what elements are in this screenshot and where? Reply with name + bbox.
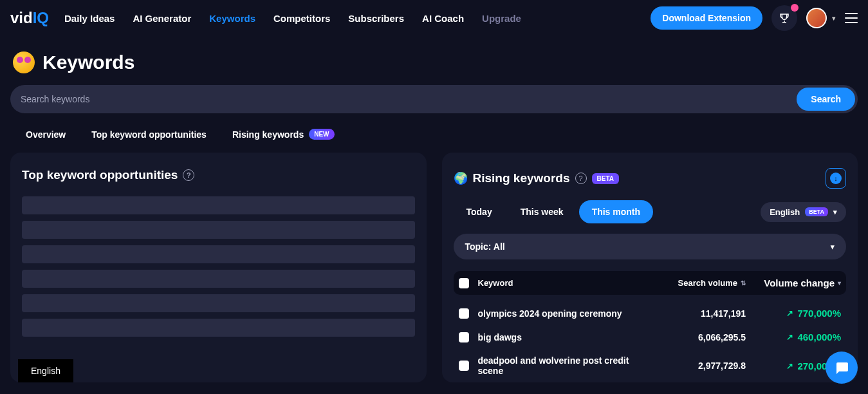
- nav-links: Daily Ideas AI Generator Keywords Compet…: [64, 13, 521, 24]
- page-title-row: Keywords: [0, 36, 868, 85]
- nav-ai-coach[interactable]: AI Coach: [422, 13, 464, 24]
- nav-subscribers[interactable]: Subscribers: [348, 13, 404, 24]
- tab-overview[interactable]: Overview: [26, 129, 66, 140]
- beta-badge-small: BETA: [805, 207, 828, 216]
- table-row[interactable]: deadpool and wolverine post credit scene…: [454, 349, 847, 382]
- select-all-checkbox[interactable]: [459, 278, 469, 288]
- keyword-cell: olympics 2024 opening ceremony: [478, 308, 651, 319]
- change-cell: ↗ 460,000%: [751, 332, 841, 342]
- col-keyword[interactable]: Keyword: [478, 278, 651, 288]
- trophy-icon: [779, 12, 790, 24]
- panels: Top keyword opportunities ? English 🌍 Ri…: [0, 153, 868, 382]
- row-checkbox[interactable]: [459, 308, 469, 319]
- top-opportunities-panel: Top keyword opportunities ? English: [10, 153, 427, 382]
- help-icon[interactable]: ?: [575, 173, 587, 184]
- time-filter-row: Today This week This month English BETA …: [454, 200, 847, 223]
- download-extension-button[interactable]: Download Extension: [651, 6, 762, 30]
- search-input[interactable]: [21, 94, 794, 104]
- nav-competitors[interactable]: Competitors: [273, 13, 330, 24]
- left-panel-title: Top keyword opportunities: [22, 168, 178, 182]
- right-panel-header: 🌍 Rising keywords ? BETA ↓: [454, 168, 847, 189]
- rising-keywords-panel: 🌍 Rising keywords ? BETA ↓ Today This we…: [442, 153, 858, 382]
- search-bar: Search: [10, 85, 858, 113]
- keyword-cell: big dawgs: [478, 332, 651, 342]
- topic-filter[interactable]: Topic: All ▾: [454, 234, 847, 259]
- table-row[interactable]: big dawgs 6,066,295.5 ↗ 460,000%: [454, 325, 847, 349]
- notification-dot: [791, 4, 799, 12]
- col-change[interactable]: Volume change ▾: [751, 277, 841, 288]
- time-tab-week[interactable]: This week: [508, 200, 577, 223]
- skeleton-row: [22, 245, 415, 263]
- logo-vid: vid: [10, 9, 33, 27]
- search-button[interactable]: Search: [797, 88, 855, 111]
- keyword-cell: deadpool and wolverine post credit scene: [478, 355, 651, 376]
- chevron-down-icon: ▾: [838, 279, 841, 286]
- avatar[interactable]: [806, 8, 827, 28]
- time-tabs: Today This week This month: [454, 200, 654, 223]
- menu-button[interactable]: [845, 13, 858, 23]
- time-tab-month[interactable]: This month: [579, 200, 653, 223]
- nav-daily-ideas[interactable]: Daily Ideas: [64, 13, 115, 24]
- chevron-down-icon: ▾: [833, 208, 837, 216]
- nav-right: Download Extension ▾: [651, 5, 858, 31]
- logo-iq: IQ: [33, 9, 49, 27]
- col-volume[interactable]: Search volume ⇅: [656, 278, 746, 288]
- right-panel-title: Rising keywords: [473, 171, 570, 185]
- download-icon: ↓: [830, 173, 842, 184]
- sort-icon: ⇅: [741, 279, 746, 286]
- new-badge: NEW: [309, 129, 334, 140]
- help-icon[interactable]: ?: [183, 169, 194, 181]
- arrow-up-icon: ↗: [786, 308, 793, 318]
- tab-rising-keywords[interactable]: Rising keywords NEW: [232, 129, 335, 140]
- row-checkbox[interactable]: [459, 361, 469, 371]
- tab-rising-label: Rising keywords: [232, 129, 304, 140]
- chat-icon: [834, 360, 849, 375]
- table-header: Keyword Search volume ⇅ Volume change ▾: [454, 271, 847, 295]
- globe-icon: 🌍: [454, 171, 468, 185]
- avatar-chevron-icon[interactable]: ▾: [832, 14, 836, 23]
- top-nav: vidIQ Daily Ideas AI Generator Keywords …: [0, 0, 868, 36]
- topic-label: Topic: All: [465, 241, 505, 252]
- skeleton-row: [22, 221, 415, 239]
- left-panel-title-row: Top keyword opportunities ?: [22, 168, 415, 182]
- skeleton-row: [22, 270, 415, 288]
- volume-cell: 6,066,295.5: [656, 332, 746, 342]
- arrow-up-icon: ↗: [786, 361, 793, 371]
- tab-top-opportunities[interactable]: Top keyword opportunities: [91, 129, 207, 140]
- language-tag[interactable]: English: [18, 359, 73, 382]
- chat-button[interactable]: [826, 352, 858, 384]
- trophy-button[interactable]: [771, 5, 797, 31]
- language-select[interactable]: English BETA ▾: [761, 202, 846, 222]
- chevron-down-icon: ▾: [831, 243, 835, 251]
- skeleton-row: [22, 319, 415, 337]
- volume-cell: 2,977,729.8: [656, 361, 746, 371]
- logo[interactable]: vidIQ: [10, 9, 49, 27]
- row-checkbox[interactable]: [459, 332, 469, 342]
- change-cell: ↗ 770,000%: [751, 308, 841, 319]
- arrow-up-icon: ↗: [786, 332, 793, 342]
- page-title: Keywords: [42, 52, 134, 73]
- export-button[interactable]: ↓: [826, 168, 846, 189]
- beta-badge: BETA: [592, 173, 619, 184]
- language-select-label: English: [770, 207, 800, 217]
- nav-upgrade[interactable]: Upgrade: [482, 13, 521, 24]
- page-icon: [13, 52, 35, 73]
- skeleton-row: [22, 196, 415, 214]
- nav-ai-generator[interactable]: AI Generator: [133, 13, 191, 24]
- time-tab-today[interactable]: Today: [454, 200, 505, 223]
- nav-keywords[interactable]: Keywords: [209, 13, 255, 24]
- volume-cell: 11,417,191: [656, 308, 746, 319]
- table-row[interactable]: olympics 2024 opening ceremony 11,417,19…: [454, 301, 847, 325]
- keyword-tabs: Overview Top keyword opportunities Risin…: [0, 129, 868, 153]
- skeleton-row: [22, 294, 415, 312]
